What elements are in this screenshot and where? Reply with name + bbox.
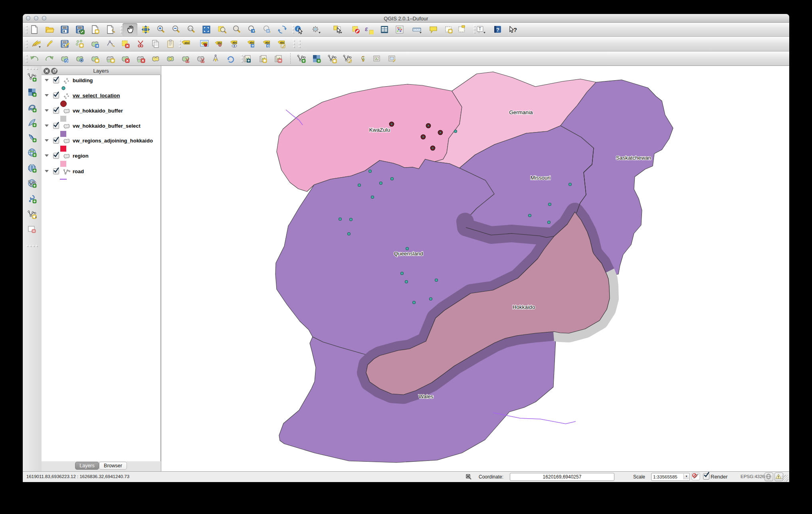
svg-text:Germania: Germania [509,109,533,115]
svg-text:Hokkaido: Hokkaido [513,304,535,310]
svg-text:T: T [479,27,481,31]
svg-text:Wales: Wales [418,393,433,399]
svg-text:Missouri: Missouri [531,175,551,181]
svg-text:?: ? [513,26,517,33]
svg-text:?: ? [496,27,499,33]
svg-text:1:1: 1:1 [189,28,192,30]
svg-text:Saskatchewan: Saskatchewan [616,155,651,161]
svg-text:Queensland: Queensland [394,251,423,257]
svg-text:KwaZulu: KwaZulu [369,127,390,133]
svg-text:ε: ε [365,26,368,32]
